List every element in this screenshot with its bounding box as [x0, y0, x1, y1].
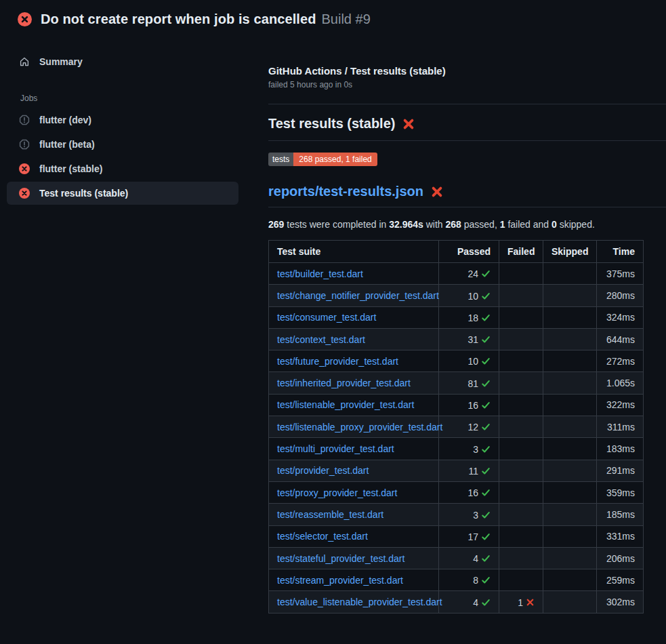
sidebar-item-flutter-beta[interactable]: flutter (beta) — [7, 133, 238, 156]
time-cell: 322ms — [597, 394, 644, 416]
duration: 32.964s — [389, 219, 423, 230]
test-suite-link[interactable]: test/inherited_provider_test.dart — [277, 378, 411, 388]
skipped-cell — [543, 263, 597, 285]
sidebar-item-summary[interactable]: Summary — [7, 50, 238, 73]
check-icon — [481, 422, 491, 432]
summary-text: tests were completed in — [284, 219, 389, 230]
sidebar-item-label: Test results (stable) — [39, 188, 128, 199]
test-suite-link[interactable]: test/provider_test.dart — [277, 465, 369, 476]
test-suite-link[interactable]: test/listenable_proxy_provider_test.dart — [277, 422, 442, 432]
test-suite-link[interactable]: test/listenable_provider_test.dart — [277, 399, 414, 410]
passed-cell: 31 — [439, 328, 499, 350]
skipped-cell — [543, 504, 597, 525]
total-count: 269 — [268, 219, 284, 230]
time-cell: 183ms — [597, 438, 644, 460]
test-suite-link[interactable]: test/stateful_provider_test.dart — [277, 553, 404, 564]
failed-cell — [499, 328, 543, 350]
failed-count: 1 — [500, 219, 505, 230]
test-suite-link[interactable]: test/builder_test.dart — [277, 268, 363, 279]
check-icon — [481, 576, 491, 585]
failed-cell: 1 — [499, 591, 543, 613]
skipped-cell — [543, 306, 597, 328]
suite-cell: test/listenable_proxy_provider_test.dart — [269, 416, 439, 438]
passed-cell: 8 — [439, 569, 499, 591]
check-icon — [481, 510, 491, 520]
passed-cell: 11 — [439, 460, 499, 481]
passed-cell: 17 — [439, 525, 499, 547]
x-circle-icon — [19, 188, 30, 199]
cross-mark-icon — [431, 186, 443, 198]
table-row: test/change_notifier_provider_test.dart … — [269, 285, 644, 306]
build-number: Build #9 — [322, 12, 371, 26]
failed-cell — [499, 416, 543, 438]
badge-label: tests — [268, 153, 293, 166]
cross-mark-icon — [402, 118, 415, 130]
time-cell: 206ms — [597, 547, 644, 569]
check-icon — [481, 313, 491, 323]
home-icon — [19, 56, 30, 67]
passed-cell: 12 — [439, 416, 499, 438]
passed-cell: 10 — [439, 350, 499, 372]
summary-text: passed, — [461, 219, 500, 230]
test-suite-link[interactable]: test/multi_provider_test.dart — [277, 443, 394, 454]
time-cell: 1.065s — [597, 372, 644, 394]
alert-octagon-icon — [19, 115, 30, 125]
time-cell: 311ms — [597, 416, 644, 438]
test-suite-link[interactable]: test/stream_provider_test.dart — [277, 575, 403, 586]
page-title: Do not create report when job is cancell… — [41, 12, 371, 27]
suite-cell: test/context_test.dart — [269, 328, 439, 350]
test-suite-link[interactable]: test/proxy_provider_test.dart — [277, 487, 397, 498]
passed-cell: 24 — [439, 263, 499, 285]
test-suite-link[interactable]: test/selector_test.dart — [277, 531, 368, 542]
failed-cell — [499, 525, 543, 547]
x-circle-icon — [19, 163, 30, 174]
sidebar-item-test-results-stable[interactable]: Test results (stable) — [7, 182, 238, 205]
table-row: test/proxy_provider_test.dart 16 359ms — [269, 481, 644, 503]
test-suite-link[interactable]: test/context_test.dart — [277, 334, 365, 345]
time-cell: 324ms — [597, 306, 644, 328]
suite-cell: test/consumer_test.dart — [269, 306, 439, 328]
check-icon — [481, 466, 491, 476]
failed-cell — [499, 547, 543, 569]
failed-cell — [499, 285, 543, 306]
suite-cell: test/selector_test.dart — [269, 525, 439, 547]
check-icon — [481, 269, 491, 279]
failed-cell — [499, 306, 543, 328]
check-icon — [481, 357, 491, 366]
test-suite-link[interactable]: test/future_provider_test.dart — [277, 356, 398, 367]
tests-summary-sentence: 269 tests were completed in 32.964s with… — [268, 219, 666, 230]
sidebar-item-label: flutter (dev) — [39, 115, 91, 125]
test-suite-link[interactable]: test/reassemble_test.dart — [277, 509, 383, 520]
failed-cell — [499, 504, 543, 525]
skipped-cell — [543, 481, 597, 503]
divider — [268, 104, 666, 104]
check-run-timing: failed 5 hours ago in 0s — [268, 80, 666, 89]
table-row: test/stateful_provider_test.dart 4 206ms — [269, 547, 644, 569]
table-row: test/inherited_provider_test.dart 81 1.0… — [269, 372, 644, 394]
table-row: test/context_test.dart 31 644ms — [269, 328, 644, 350]
alert-octagon-icon — [19, 139, 30, 150]
sidebar-item-flutter-dev[interactable]: flutter (dev) — [7, 108, 238, 132]
failed-cell — [499, 481, 543, 503]
check-icon — [481, 488, 491, 498]
x-icon — [526, 598, 535, 607]
test-suite-link[interactable]: test/value_listenable_provider_test.dart — [277, 597, 442, 607]
suite-cell: test/listenable_provider_test.dart — [269, 394, 439, 416]
time-cell: 185ms — [597, 504, 644, 525]
test-suite-link[interactable]: test/consumer_test.dart — [277, 312, 376, 323]
check-output-title: Test results (stable) — [268, 116, 666, 141]
sidebar-item-flutter-stable[interactable]: flutter (stable) — [7, 157, 238, 180]
time-cell: 331ms — [597, 525, 644, 547]
jobs-section-label: Jobs — [20, 94, 252, 103]
table-row: test/provider_test.dart 11 291ms — [269, 460, 644, 481]
suite-cell: test/stateful_provider_test.dart — [269, 547, 439, 569]
table-row: test/reassemble_test.dart 3 185ms — [269, 504, 644, 525]
report-file-link[interactable]: reports/test-results.json — [268, 184, 423, 199]
badge-value: 268 passed, 1 failed — [293, 153, 377, 166]
passed-cell: 4 — [439, 547, 499, 569]
skipped-cell — [543, 416, 597, 438]
passed-cell: 16 — [439, 394, 499, 416]
table-row: test/listenable_proxy_provider_test.dart… — [269, 416, 644, 438]
test-suite-link[interactable]: test/change_notifier_provider_test.dart — [277, 290, 439, 301]
time-cell: 272ms — [597, 350, 644, 372]
